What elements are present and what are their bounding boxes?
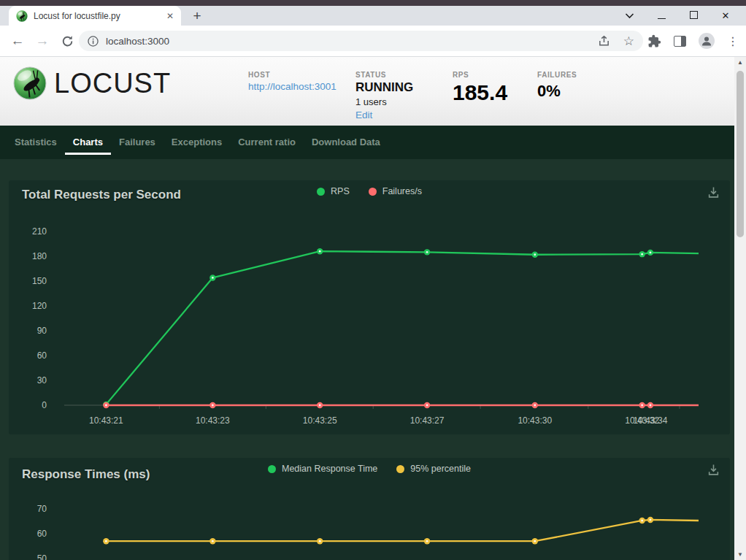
- legend-label: RPS: [331, 186, 350, 196]
- series-line-rps: [106, 251, 699, 404]
- host-value: http://localhost:3001: [248, 81, 337, 92]
- data-point-center: [319, 540, 321, 542]
- share-icon[interactable]: [598, 35, 610, 47]
- scrollbar-down-arrow[interactable]: ▼: [734, 549, 746, 560]
- close-window-button[interactable]: ✕: [710, 10, 742, 21]
- legend-label: 95% percentile: [410, 464, 471, 474]
- back-button[interactable]: ←: [7, 26, 28, 56]
- address-bar[interactable]: localhost:3000 ☆: [79, 31, 643, 51]
- legend-item-95-percentile[interactable]: 95% percentile: [396, 464, 471, 474]
- data-point-center: [105, 404, 107, 407]
- side-panel-icon[interactable]: [674, 36, 686, 47]
- host-label: HOST: [248, 71, 337, 79]
- download-chart-icon[interactable]: [707, 464, 720, 476]
- data-point-center: [426, 540, 428, 542]
- data-point-center: [650, 252, 652, 254]
- data-point-center: [426, 404, 428, 407]
- failures-block: FAILURES 0%: [537, 71, 577, 101]
- url-text[interactable]: localhost:3000: [106, 36, 591, 47]
- bookmark-star-icon[interactable]: ☆: [623, 34, 634, 49]
- browser-menu-icon[interactable]: ⋮: [727, 34, 739, 48]
- tab-failures[interactable]: Failures: [111, 126, 164, 159]
- extensions-puzzle-icon[interactable]: [647, 34, 661, 48]
- series-line-95-percentile: [106, 520, 699, 541]
- y-axis-tick-label: 50: [37, 553, 47, 560]
- y-axis-tick-label: 210: [32, 226, 47, 237]
- page-scrollbar[interactable]: ▲ ▼: [734, 57, 746, 560]
- y-axis-tick-label: 90: [37, 326, 47, 336]
- tab-statistics[interactable]: Statistics: [7, 126, 65, 159]
- locust-nav: StatisticsChartsFailuresExceptionsCurren…: [0, 126, 734, 159]
- tab-search-chevron-icon[interactable]: [613, 10, 645, 21]
- data-point-center: [650, 404, 652, 407]
- legend-dot: [369, 188, 377, 196]
- reload-button[interactable]: [57, 26, 77, 56]
- download-chart-icon[interactable]: [707, 186, 720, 199]
- data-point-center: [641, 404, 643, 407]
- y-axis-tick-label: 60: [37, 529, 47, 539]
- legend-item-median-response-time[interactable]: Median Response Time: [268, 464, 377, 474]
- chart-legend: RPSFailures/s: [9, 186, 730, 196]
- tab-strip: Locust for locustfile.py ✕ + ✕: [0, 6, 746, 26]
- y-axis-tick-label: 30: [37, 375, 47, 386]
- forward-button[interactable]: →: [32, 26, 53, 56]
- minimize-button[interactable]: [645, 10, 677, 21]
- tab-title: Locust for locustfile.py: [34, 11, 161, 21]
- failures-value: 0%: [537, 82, 577, 101]
- y-axis-tick-label: 60: [37, 350, 47, 361]
- data-point-center: [212, 277, 214, 279]
- legend-label: Median Response Time: [282, 464, 377, 474]
- y-axis-tick-label: 0: [42, 400, 47, 410]
- window-controls: ✕: [613, 6, 742, 26]
- maximize-button[interactable]: [677, 10, 710, 21]
- x-axis-tick-label: 10:43:34: [634, 415, 668, 426]
- data-point-center: [319, 250, 321, 253]
- data-point-center: [105, 540, 107, 542]
- tab-close-icon[interactable]: ✕: [166, 11, 174, 21]
- chart-legend: Median Response Time95% percentile: [9, 464, 730, 474]
- legend-dot: [317, 188, 325, 196]
- x-axis-tick-label: 10:43:21: [89, 415, 123, 426]
- edit-link[interactable]: Edit: [355, 110, 413, 120]
- data-point-center: [641, 520, 643, 522]
- locust-logo-icon: [13, 66, 47, 100]
- tab-charts[interactable]: Charts: [65, 126, 111, 159]
- profile-avatar[interactable]: [699, 33, 715, 49]
- legend-dot: [396, 465, 404, 473]
- browser-tab[interactable]: Locust for locustfile.py ✕: [9, 6, 181, 26]
- legend-item-failures-s[interactable]: Failures/s: [369, 186, 422, 196]
- data-point-center: [650, 519, 652, 521]
- status-block: STATUS RUNNING 1 users Edit: [355, 71, 413, 120]
- data-point-center: [534, 540, 536, 542]
- scrollbar-thumb[interactable]: [737, 71, 744, 237]
- x-axis-tick-label: 10:43:27: [410, 415, 445, 426]
- new-tab-button[interactable]: +: [188, 7, 206, 25]
- locust-header: LOCUST HOST http://localhost:3001 STATUS…: [0, 57, 734, 126]
- rps-value: 185.4: [453, 80, 507, 105]
- scrollbar-up-arrow[interactable]: ▲: [734, 57, 746, 68]
- y-axis-tick-label: 70: [37, 504, 47, 514]
- tab-exceptions[interactable]: Exceptions: [164, 126, 230, 159]
- data-point-center: [641, 253, 643, 256]
- data-point-center: [534, 404, 536, 407]
- host-block: HOST http://localhost:3001: [248, 71, 337, 92]
- status-state: RUNNING: [355, 80, 413, 95]
- status-label: STATUS: [355, 71, 413, 79]
- response-times-chart-panel: 506070 Response Times (ms) Median Respon…: [9, 458, 730, 560]
- legend-dot: [268, 465, 276, 473]
- data-point-center: [212, 404, 214, 407]
- rps-label: RPS: [453, 71, 507, 79]
- browser-toolbar: ← → localhost:3000 ☆ ⋮: [0, 26, 746, 57]
- x-axis-tick-label: 10:43:25: [303, 415, 337, 426]
- site-info-icon[interactable]: [88, 36, 99, 47]
- legend-item-rps[interactable]: RPS: [317, 186, 350, 196]
- data-point-center: [319, 404, 321, 407]
- data-point-center: [426, 251, 428, 253]
- tab-current-ratio[interactable]: Current ratio: [230, 126, 304, 159]
- data-point-center: [534, 253, 536, 256]
- locust-logo: LOCUST: [13, 66, 171, 100]
- tab-download-data[interactable]: Download Data: [304, 126, 388, 159]
- failures-label: FAILURES: [537, 71, 577, 79]
- data-point-center: [212, 540, 214, 542]
- y-axis-tick-label: 180: [32, 251, 47, 261]
